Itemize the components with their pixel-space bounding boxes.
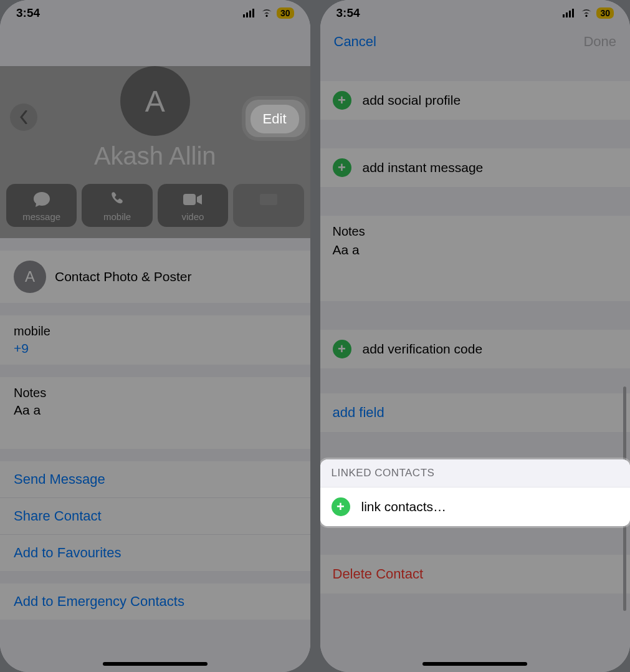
plus-icon: + (333, 91, 351, 110)
done-button[interactable]: Done (583, 34, 616, 50)
action-call[interactable]: mobile (82, 184, 152, 227)
svg-rect-0 (243, 14, 245, 17)
status-bar: 3:54 30 (0, 0, 310, 22)
svg-rect-5 (260, 194, 277, 205)
phone-icon (109, 190, 125, 209)
notes-cell[interactable]: Notes Aa a (0, 377, 310, 449)
delete-contact-button[interactable]: Delete Contact (320, 555, 631, 593)
edit-button[interactable]: Edit (251, 105, 299, 133)
phone-cell[interactable]: mobile +9 (0, 315, 310, 365)
cancel-button[interactable]: Cancel (334, 34, 376, 50)
action-message[interactable]: message (6, 184, 77, 227)
notes-label: Notes (14, 386, 297, 400)
avatar-small: A (14, 261, 46, 293)
plus-icon: + (332, 497, 350, 516)
status-time: 3:54 (336, 6, 360, 20)
action-mail: mail (233, 184, 303, 227)
add-im-label: add instant message (363, 160, 484, 175)
notes-value: Aa a (14, 403, 297, 418)
add-favorites-button[interactable]: Add to Favourites (0, 534, 310, 571)
action-label: mobile (103, 211, 131, 222)
edit-navbar: Cancel Done (320, 22, 631, 59)
notes-cell[interactable]: Notes Aa a (320, 216, 631, 301)
contact-photo-label: Contact Photo & Poster (55, 269, 191, 284)
mail-icon (259, 190, 278, 209)
share-contact-button[interactable]: Share Contact (0, 497, 310, 534)
svg-rect-2 (249, 11, 251, 17)
message-icon (32, 190, 51, 209)
link-group-2: Add to Emergency Contacts (0, 583, 310, 620)
link-contacts-row[interactable]: + link contacts… (320, 487, 631, 526)
avatar[interactable]: A (120, 66, 190, 136)
svg-rect-4 (183, 194, 196, 205)
send-message-button[interactable]: Send Message (0, 461, 310, 497)
link-contacts-label: link contacts… (361, 499, 447, 514)
status-icons: 30 (243, 7, 294, 19)
plus-icon: + (333, 340, 351, 358)
wifi-icon (260, 9, 273, 17)
add-social-label: add social profile (363, 93, 461, 108)
action-video[interactable]: video (158, 184, 228, 227)
cellular-icon (563, 9, 576, 17)
status-time: 3:54 (16, 6, 40, 20)
add-emergency-button[interactable]: Add to Emergency Contacts (0, 583, 310, 620)
status-bar: 3:54 30 (320, 0, 631, 22)
cellular-icon (243, 9, 257, 17)
add-verify-label: add verification code (363, 342, 483, 357)
action-label: message (22, 211, 60, 222)
add-verify-row[interactable]: + add verification code (320, 330, 631, 368)
add-im-row[interactable]: + add instant message (320, 148, 631, 187)
phone-label: mobile (14, 324, 297, 338)
contact-photo-row[interactable]: A Contact Photo & Poster (0, 251, 310, 303)
action-label: video (182, 211, 204, 222)
svg-rect-1 (246, 12, 248, 17)
action-row: message mobile video mail (0, 184, 310, 227)
battery-badge: 30 (277, 7, 294, 19)
notes-value[interactable]: Aa a (333, 242, 618, 257)
home-indicator[interactable] (422, 662, 527, 666)
linked-section: LINKED CONTACTS + link contacts… (320, 459, 631, 526)
plus-icon: + (333, 158, 351, 177)
add-social-row[interactable]: + add social profile (320, 81, 631, 120)
svg-rect-8 (569, 11, 571, 17)
linked-header: LINKED CONTACTS (320, 459, 631, 487)
battery-badge: 30 (596, 7, 614, 19)
contact-header: Edit A Akash Allin message mobile video (0, 66, 310, 238)
status-icons: 30 (563, 7, 614, 19)
wifi-icon (580, 9, 593, 17)
svg-rect-6 (563, 14, 565, 17)
video-icon (183, 190, 203, 209)
svg-rect-7 (566, 12, 568, 17)
svg-rect-9 (572, 9, 574, 17)
contact-name: Akash Allin (0, 142, 310, 170)
link-group-1: Send Message Share Contact Add to Favour… (0, 461, 310, 571)
notes-label: Notes (333, 224, 618, 239)
chevron-left-icon (19, 110, 28, 124)
svg-rect-3 (252, 9, 254, 17)
home-indicator[interactable] (103, 662, 208, 666)
phone-number[interactable]: +9 (14, 341, 297, 356)
add-field-button[interactable]: add field (320, 393, 631, 432)
back-button[interactable] (10, 103, 37, 131)
